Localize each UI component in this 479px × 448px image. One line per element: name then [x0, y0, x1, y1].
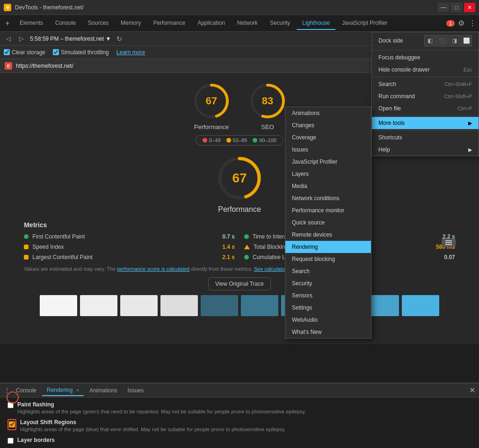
dock-left-icon[interactable]: ◧ [424, 35, 435, 46]
menu-divider-2 [372, 77, 479, 77]
hide-console-label: Hide console drawer [378, 66, 429, 73]
help-item[interactable]: Help ▶ [372, 144, 479, 156]
more-tools-whats-new[interactable]: What's New [285, 326, 371, 338]
context-menu-overlay: Dock side ◧ ⬛ ◨ ⬜ Focus debuggee Hide co… [0, 0, 479, 448]
more-tools-rendering[interactable]: Rendering [285, 241, 371, 253]
more-tools-changes[interactable]: Changes [285, 119, 371, 131]
dock-side-section: Dock side ◧ ⬛ ◨ ⬜ [372, 32, 479, 49]
more-tools-coverage[interactable]: Coverage [285, 131, 371, 144]
more-tools-request-blocking[interactable]: Request blocking [285, 253, 371, 265]
more-tools-sensors[interactable]: Sensors [285, 289, 371, 302]
more-tools-submenu: Animations Changes Coverage Issues JavaS… [285, 107, 371, 339]
dock-undock-icon[interactable]: ⬜ [461, 35, 472, 46]
open-file-item[interactable]: Open file Ctrl+P [372, 102, 479, 115]
shortcuts-label: Shortcuts [378, 134, 402, 141]
dock-right-icon[interactable]: ◨ [449, 35, 460, 46]
help-arrow: ▶ [468, 147, 472, 153]
menu-divider-3 [372, 116, 479, 116]
more-tools-js-profiler[interactable]: JavaScript Profiler [285, 156, 371, 168]
search-item[interactable]: Search Ctrl+Shift+F [372, 78, 479, 90]
more-tools-issues[interactable]: Issues [285, 144, 371, 156]
run-command-shortcut: Ctrl+Shift+P [444, 94, 472, 99]
focus-debuggee-label: Focus debuggee [378, 54, 420, 61]
more-tools-perf-monitor[interactable]: Performance monitor [285, 204, 371, 217]
more-tools-network-conditions[interactable]: Network conditions [285, 192, 371, 204]
more-tools-quick-source[interactable]: Quick source [285, 217, 371, 229]
more-tools-label: More tools [378, 120, 405, 126]
menu-divider-1 [372, 50, 479, 51]
open-file-shortcut: Ctrl+P [457, 106, 472, 111]
hide-console-item[interactable]: Hide console drawer Esc [372, 64, 479, 76]
open-file-label: Open file [378, 105, 401, 112]
more-tools-webaudio[interactable]: WebAudio [285, 314, 371, 326]
more-tools-settings[interactable]: Settings [285, 302, 371, 314]
dock-bottom-icon[interactable]: ⬛ [436, 35, 448, 46]
focus-debuggee-item[interactable]: Focus debuggee [372, 51, 479, 64]
main-context-menu: Dock side ◧ ⬛ ◨ ⬜ Focus debuggee Hide co… [371, 32, 479, 156]
more-tools-security[interactable]: Security [285, 277, 371, 289]
dock-side-label: Dock side [378, 37, 403, 44]
more-tools-layers[interactable]: Layers [285, 168, 371, 180]
dock-side-icons: ◧ ⬛ ◨ ⬜ [424, 35, 472, 46]
search-label: Search [378, 81, 396, 87]
hide-console-shortcut: Esc [464, 67, 472, 72]
help-label: Help [378, 146, 390, 153]
search-shortcut: Ctrl+Shift+F [444, 81, 472, 87]
menu-divider-4 [372, 130, 479, 130]
shortcuts-item[interactable]: Shortcuts [372, 131, 479, 144]
more-tools-item[interactable]: More tools ▶ [372, 117, 479, 129]
run-command-item[interactable]: Run command Ctrl+Shift+P [372, 90, 479, 102]
more-tools-search[interactable]: Search [285, 265, 371, 277]
more-tools-media[interactable]: Media [285, 180, 371, 192]
more-tools-remote-devices[interactable]: Remote devices [285, 229, 371, 241]
more-tools-arrow: ▶ [468, 120, 472, 126]
run-command-label: Run command [378, 93, 415, 100]
more-tools-animations[interactable]: Animations [285, 107, 371, 119]
